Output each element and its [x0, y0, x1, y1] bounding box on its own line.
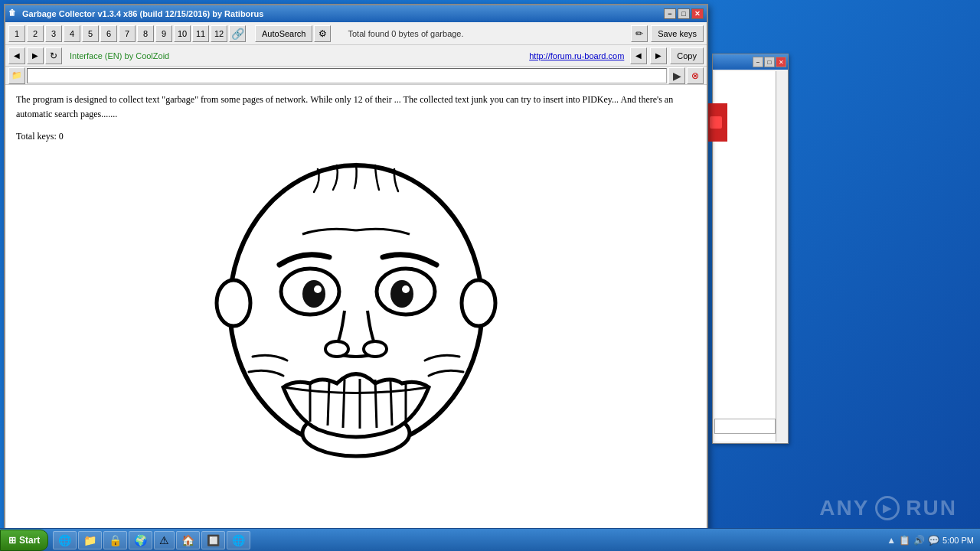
page-btn-12[interactable]: 12	[211, 25, 227, 42]
content-description: The program is designed to collect text …	[16, 93, 696, 122]
taskbar: ⊞ Start 🌐 📁 🔒 🌍 ⚠ 🏠 🔲 🌐 ▲ 📋 🔊 💬 5:00 PM	[0, 528, 980, 551]
stop-button[interactable]: ⊗	[687, 67, 704, 84]
svg-line-16	[375, 380, 377, 428]
svg-point-2	[217, 280, 250, 326]
taskbar-item-explorer[interactable]: 📁	[78, 531, 102, 549]
minimize-button[interactable]: −	[664, 8, 676, 19]
page-btn-4[interactable]: 4	[64, 25, 80, 42]
settings-button[interactable]: ⚙	[314, 25, 331, 42]
addr-folder-btn[interactable]: 📁	[8, 67, 25, 84]
toolbar-right-controls: ✏ Save keys	[631, 25, 704, 42]
url-back-btn[interactable]: ◀	[630, 47, 647, 64]
content-area: The program is designed to collect text …	[5, 85, 707, 533]
autosearch-button[interactable]: AutoSearch	[255, 25, 312, 42]
copy-button[interactable]: Copy	[670, 47, 704, 64]
taskbar-system-tray: ▲ 📋 🔊 💬 5:00 PM	[880, 535, 980, 546]
taskbar-item-warn[interactable]: ⚠	[154, 531, 175, 549]
red-side-inner	[710, 116, 722, 129]
url-forward-btn[interactable]: ▶	[650, 47, 667, 64]
anyrun-text-left: ANY	[819, 496, 869, 520]
total-keys-text: Total keys: 0	[16, 131, 696, 142]
maximize-button[interactable]: □	[678, 8, 690, 19]
anyrun-play-icon: ▶	[875, 496, 900, 520]
nav-refresh-button[interactable]: ↻	[45, 47, 62, 64]
start-label: Start	[19, 535, 40, 546]
page-btn-6[interactable]: 6	[100, 25, 117, 42]
page-btn-8[interactable]: 8	[137, 25, 154, 42]
taskbar-item-lock[interactable]: 🔒	[103, 531, 127, 549]
taskbar-item-window[interactable]: 🔲	[201, 531, 225, 549]
toolbar-2: ◀ ▶ ↻ Interface (EN) by CoolZoid http://…	[5, 45, 707, 67]
page-btn-10[interactable]: 10	[174, 25, 191, 42]
svg-line-17	[390, 381, 392, 425]
troll-face-image	[211, 158, 501, 464]
svg-point-10	[325, 341, 348, 357]
anyrun-watermark: ANY ▶ RUN	[819, 496, 957, 520]
sec-minimize-btn[interactable]: −	[753, 57, 763, 67]
taskbar-item-web[interactable]: 🌐	[227, 531, 250, 549]
save-keys-button[interactable]: Save keys	[651, 25, 704, 42]
start-button[interactable]: ⊞ Start	[0, 530, 48, 551]
anyrun-text-right: RUN	[906, 496, 957, 520]
forum-url-link[interactable]: http://forum.ru-board.com	[529, 51, 624, 60]
taskbar-item-browser[interactable]: 🌍	[129, 531, 152, 549]
clear-button[interactable]: ✏	[631, 25, 648, 42]
svg-point-9	[402, 285, 410, 293]
troll-face-container	[16, 158, 696, 464]
page-btn-5[interactable]: 5	[82, 25, 99, 42]
page-btn-2[interactable]: 2	[27, 25, 44, 42]
svg-point-6	[314, 285, 322, 293]
svg-line-13	[328, 381, 329, 425]
secondary-dropdown[interactable]	[714, 419, 776, 434]
sec-maximize-btn[interactable]: □	[764, 57, 775, 67]
secondary-title-bar: − □ ✕	[713, 54, 788, 70]
tray-icon-folder[interactable]: 📋	[899, 535, 910, 546]
nav-back-button[interactable]: ◀	[8, 47, 25, 64]
page-btn-1[interactable]: 1	[8, 25, 25, 42]
anyrun-play-arrow: ▶	[883, 502, 893, 514]
title-controls: − □ ✕	[664, 8, 704, 19]
nav-forward-button[interactable]: ▶	[27, 47, 44, 64]
page-btn-9[interactable]: 9	[155, 25, 172, 42]
svg-point-5	[302, 280, 325, 308]
page-btn-11[interactable]: 11	[192, 25, 209, 42]
taskbar-items: 🌐 📁 🔒 🌍 ⚠ 🏠 🔲 🌐	[51, 531, 880, 549]
start-icon: ⊞	[8, 535, 16, 546]
tray-icon-up[interactable]: ▲	[887, 535, 896, 546]
title-bar: 🗑 Garbage Collector v1.3.4 x86 (build 12…	[5, 5, 707, 22]
status-text: Total found 0 bytes of garbage.	[348, 29, 463, 38]
tray-icon-volume[interactable]: 🔊	[913, 535, 925, 546]
interface-label: Interface (EN) by CoolZoid	[70, 51, 169, 60]
svg-point-3	[462, 280, 495, 326]
taskbar-item-home[interactable]: 🏠	[176, 531, 200, 549]
page-btn-7[interactable]: 7	[119, 25, 136, 42]
page-btn-3[interactable]: 3	[45, 25, 62, 42]
address-bar-row: 📁 ▶ ⊗	[5, 67, 707, 85]
link-button[interactable]: 🔗	[229, 25, 246, 42]
clock-display: 5:00 PM	[942, 536, 974, 545]
go-button[interactable]: ▶	[668, 67, 685, 84]
secondary-scrollbar[interactable]	[776, 71, 786, 442]
toolbar-1: 1 2 3 4 5 6 7 8 9 10 11 12 🔗 AutoSearch …	[5, 22, 707, 45]
svg-point-8	[390, 280, 413, 308]
main-window: 🗑 Garbage Collector v1.3.4 x86 (build 12…	[4, 4, 708, 536]
close-button[interactable]: ✕	[691, 8, 704, 19]
svg-point-11	[364, 341, 387, 357]
taskbar-item-ie[interactable]: 🌐	[53, 531, 77, 549]
app-icon: 🗑	[8, 8, 19, 19]
sys-tray-icons: ▲ 📋 🔊 💬	[887, 535, 939, 546]
svg-line-14	[343, 380, 345, 428]
window-title: Garbage Collector v1.3.4 x86 (build 12/1…	[22, 9, 664, 18]
address-bar-input[interactable]	[27, 68, 667, 83]
sec-close-btn[interactable]: ✕	[776, 57, 786, 67]
tray-icon-msg[interactable]: 💬	[928, 535, 939, 546]
